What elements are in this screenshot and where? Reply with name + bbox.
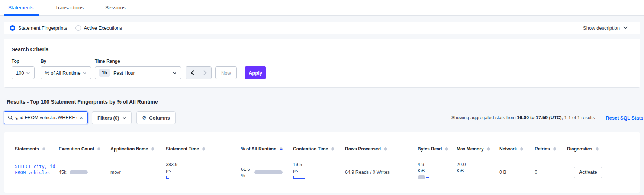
filters-label: Filters (0) bbox=[97, 115, 119, 121]
bytes-read-marker bbox=[426, 177, 429, 178]
cell-statement-time: 383.9 µs bbox=[166, 160, 241, 184]
page-tabs: Statements Transactions Sessions bbox=[0, 0, 644, 16]
tab-statements[interactable]: Statements bbox=[8, 0, 33, 16]
search-input-value: y, id FROM vehicles WHERE city = $1 bbox=[15, 115, 77, 120]
sort-icon[interactable] bbox=[445, 147, 448, 151]
results-controls-row: y, id FROM vehicles WHERE city = $1 ✕ Fi… bbox=[4, 111, 640, 124]
statement-fingerprint-link[interactable]: SELECT city, idFROM vehicles bbox=[15, 160, 59, 176]
max-memory-unit: KiB bbox=[457, 168, 464, 173]
time-range-label: Time Range bbox=[95, 59, 120, 64]
chevron-right-icon bbox=[203, 70, 207, 75]
radio-active-executions[interactable]: Active Executions bbox=[75, 25, 122, 31]
criteria-labels: Top By Time Range bbox=[12, 59, 632, 64]
network-value: 0 B bbox=[499, 170, 506, 175]
column-header-network[interactable]: Network bbox=[499, 146, 535, 153]
column-header-bytes-read[interactable]: Bytes Read bbox=[418, 146, 457, 153]
column-header-diagnostics[interactable]: Diagnostics bbox=[567, 146, 629, 153]
sort-icon[interactable] bbox=[331, 147, 334, 151]
bytes-read-bar-group bbox=[418, 175, 457, 179]
cell-contention-time: 19.5 µs bbox=[293, 160, 345, 184]
sort-icon[interactable] bbox=[520, 147, 523, 151]
radio-selected-icon bbox=[10, 25, 15, 31]
row-divider bbox=[15, 184, 629, 184]
previous-time-button[interactable] bbox=[186, 67, 199, 79]
sort-icon[interactable] bbox=[384, 147, 387, 151]
rows-processed-value: 64.9 Reads / 0 Writes bbox=[345, 170, 390, 175]
search-icon bbox=[8, 115, 13, 120]
top-label: Top bbox=[12, 59, 41, 64]
stats-time-range: 16:00 to 17:59 (UTC) bbox=[517, 115, 561, 120]
time-nav-group bbox=[186, 66, 212, 79]
column-header-statement-time[interactable]: Statement Time bbox=[166, 146, 241, 153]
view-toggle-row: Statement Fingerprints Active Executions… bbox=[4, 22, 640, 34]
apply-button[interactable]: Apply bbox=[245, 66, 266, 79]
runtime-pct-bar bbox=[254, 170, 283, 174]
chevron-down-icon bbox=[623, 26, 628, 29]
tab-sessions[interactable]: Sessions bbox=[105, 0, 126, 16]
now-button[interactable]: Now bbox=[215, 66, 237, 79]
reset-sql-stats-link[interactable]: Reset SQL Stats bbox=[606, 115, 643, 121]
statement-search-input[interactable]: y, id FROM vehicles WHERE city = $1 ✕ bbox=[4, 111, 88, 124]
statement-time-value: 383.9 bbox=[166, 162, 177, 167]
retries-value: 0 bbox=[535, 170, 537, 175]
column-header-retries[interactable]: Retries bbox=[535, 146, 567, 153]
clear-search-icon[interactable]: ✕ bbox=[79, 115, 84, 121]
cell-execution-count: 45k bbox=[59, 160, 110, 184]
column-header-rows-processed[interactable]: Rows Processed bbox=[345, 146, 418, 153]
statements-table: Statements Execution Count Application N… bbox=[4, 132, 640, 193]
column-header-statements[interactable]: Statements bbox=[15, 146, 59, 153]
sort-icon[interactable] bbox=[553, 147, 556, 151]
tab-transactions[interactable]: Transactions bbox=[55, 0, 84, 16]
column-header-execution-count[interactable]: Execution Count bbox=[59, 146, 110, 153]
stats-summary-group: Showing aggregated stats from 16:00 to 1… bbox=[451, 112, 643, 123]
max-memory-value: 20.0 bbox=[457, 162, 466, 167]
chevron-down-icon bbox=[173, 72, 177, 74]
top-select-value: 100 bbox=[16, 70, 24, 76]
cell-application-name: movr bbox=[110, 160, 166, 184]
sort-icon[interactable] bbox=[487, 147, 490, 151]
sort-icon[interactable] bbox=[596, 147, 599, 151]
time-range-select[interactable]: 1h Past Hour bbox=[95, 66, 181, 79]
column-header-pct-of-all-runtime[interactable]: % of All Runtime bbox=[241, 146, 293, 153]
cell-pct-of-all-runtime: 61.6 % bbox=[241, 160, 293, 184]
page-content: Statement Fingerprints Active Executions… bbox=[0, 22, 644, 193]
by-select[interactable]: % of All Runtime bbox=[41, 66, 91, 79]
bytes-read-value: 4.9 bbox=[418, 162, 424, 167]
columns-label: Columns bbox=[149, 115, 170, 121]
sort-icon[interactable] bbox=[202, 147, 205, 151]
next-time-button[interactable] bbox=[199, 67, 211, 79]
filters-button[interactable]: Filters (0) bbox=[92, 111, 132, 124]
results-heading: Results - Top 100 Statement Fingerprints… bbox=[7, 99, 637, 105]
contention-time-unit: µs bbox=[293, 168, 298, 173]
contention-time-bar bbox=[293, 176, 305, 179]
sort-icon[interactable] bbox=[151, 147, 154, 151]
cell-network: 0 B bbox=[499, 160, 535, 184]
vertical-divider bbox=[600, 112, 600, 123]
execution-count-value: 45k bbox=[59, 170, 66, 175]
cell-diagnostics: Activate bbox=[567, 160, 629, 184]
cell-statement: SELECT city, idFROM vehicles bbox=[15, 160, 59, 184]
search-criteria-title: Search Criteria bbox=[12, 46, 632, 52]
sort-icon-active-desc[interactable] bbox=[280, 147, 283, 151]
column-header-max-memory[interactable]: Max Memory bbox=[457, 146, 499, 153]
show-description-toggle[interactable]: Show description bbox=[583, 25, 634, 31]
sort-icon[interactable] bbox=[42, 147, 45, 151]
cell-bytes-read: 4.9 KiB bbox=[418, 160, 457, 184]
aggregated-stats-text: Showing aggregated stats from 16:00 to 1… bbox=[451, 115, 595, 120]
sort-icon[interactable] bbox=[97, 147, 100, 151]
activate-diagnostics-button[interactable]: Activate bbox=[574, 167, 602, 178]
execution-count-bar bbox=[70, 170, 88, 174]
statement-time-unit: µs bbox=[166, 168, 171, 173]
time-range-value: Past Hour bbox=[113, 70, 135, 76]
column-header-application-name[interactable]: Application Name bbox=[110, 146, 166, 153]
application-name-value: movr bbox=[110, 170, 121, 175]
column-header-contention-time[interactable]: Contention Time bbox=[293, 146, 345, 153]
columns-button[interactable]: ⚙ Columns bbox=[136, 111, 176, 124]
radio-label: Active Executions bbox=[84, 25, 122, 31]
time-range-value-group: 1h Past Hour bbox=[99, 69, 135, 77]
criteria-controls: 100 % of All Runtime 1h Past Hour bbox=[12, 66, 632, 79]
top-select[interactable]: 100 bbox=[12, 66, 35, 79]
chevron-down-icon bbox=[122, 117, 126, 119]
radio-statement-fingerprints[interactable]: Statement Fingerprints bbox=[10, 25, 67, 31]
cell-max-memory: 20.0 KiB bbox=[457, 160, 499, 184]
